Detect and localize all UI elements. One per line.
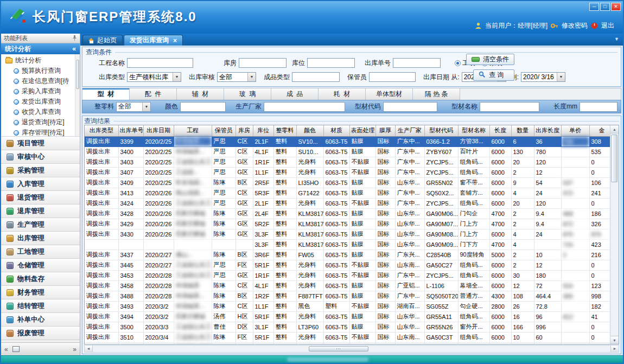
change-password-link[interactable]: 修改密码 — [562, 21, 588, 30]
table-row[interactable]: 调拨出库34302020/2/26石家庄辉城陈琳G区3L3F整料KLM38176… — [85, 229, 614, 239]
footer-panel-icon[interactable] — [12, 346, 20, 352]
column-header[interactable]: 数量 — [511, 125, 534, 136]
tab-list-dropdown-icon[interactable]: ▼ — [614, 36, 619, 42]
tree-item[interactable]: 在途信息查询[待 — [1, 76, 80, 86]
sidebar-section-project[interactable]: 项目管理 — [1, 137, 80, 150]
table-row[interactable]: 调拨出库34882020/2/28华润城原...陈琳B区1R2F整料F887TF… — [85, 291, 614, 301]
material-tab[interactable]: 配 件 — [130, 88, 177, 100]
table-row[interactable]: 调拨出库34132020/2/26南山花园...严思C区5R3F整料G71422… — [85, 188, 614, 198]
column-header[interactable]: 膜厚 — [375, 125, 395, 136]
column-header[interactable]: 整零料 — [273, 125, 296, 136]
table-row[interactable]: 调拨出库35002020/3/3工业园公共工程曹佳D区3L1F整料LT3P606… — [85, 322, 614, 332]
audit-select[interactable]: 全部 ▼ — [217, 72, 256, 82]
logout-link[interactable]: 退出 — [601, 21, 614, 30]
sidebar-section-inventory[interactable]: 物料盘存 — [1, 272, 80, 286]
table-row[interactable]: 调拨出库34582020/2/28华润城原陈琳C区4L1F整料光身料6063-T… — [85, 280, 614, 291]
column-header[interactable]: 型材名称 — [458, 125, 489, 136]
material-tab[interactable]: 成 品 — [271, 88, 319, 100]
sidebar-section-inbound[interactable]: 入库管理 — [1, 177, 80, 191]
sidebar-section-production[interactable]: 生产管理 — [1, 218, 80, 232]
pin-icon[interactable] — [72, 35, 77, 42]
material-tab[interactable]: 型 材 — [82, 88, 130, 100]
column-header[interactable]: 长度 — [489, 125, 511, 136]
table-row[interactable]: 调拨出库33992020/2/25华润城原...严思C区2L1F整料SV10..… — [85, 136, 614, 146]
table-row[interactable]: 3L3F整料KLM38176063-T5贴膜国标山东华...GA90M09...… — [85, 239, 614, 250]
sidebar-section-return-goods[interactable]: 退货管理 — [1, 191, 80, 205]
sidebar-section-audit[interactable]: 审核中心 — [1, 150, 80, 164]
column-header[interactable]: 库房 — [235, 125, 253, 136]
sidebar-section-scrap[interactable]: 报废管理 — [1, 327, 80, 340]
maximize-button[interactable]: □ — [600, 3, 610, 11]
horizontal-scrollbar[interactable]: ◄ ► — [84, 345, 619, 353]
scroll-right-icon[interactable]: ► — [610, 346, 619, 352]
column-header[interactable]: 材质 — [323, 125, 349, 136]
scroll-down-icon[interactable]: ▼ — [610, 336, 619, 344]
document-tab[interactable]: 起始页 — [82, 35, 123, 46]
column-header[interactable]: 出库类型 — [85, 125, 118, 136]
document-tab[interactable]: 发货出库查询× — [124, 35, 183, 46]
date-to-picker[interactable]: 2020/ 3/16 ▼ — [521, 72, 565, 82]
sidebar-section-carryover[interactable]: 结转管理 — [1, 299, 80, 313]
column-header[interactable]: 出库单号▲ — [118, 125, 143, 136]
table-row[interactable]: 调拨出库34532020/2/28工业园公共工程严思G区1R1F整料光身料606… — [85, 270, 614, 280]
table-row[interactable]: 调拨出库34002020/2/25华润城原...严思C区4L1F整料SU10..… — [85, 146, 614, 157]
column-header[interactable]: 库位 — [253, 125, 273, 136]
material-tab[interactable]: 单体型材 — [366, 88, 413, 100]
radio-work-clothes[interactable] — [455, 60, 461, 66]
tree-item[interactable]: 发货出库查询 — [1, 97, 80, 107]
table-row[interactable]: 调拨出库34942020/3/2石家庄辉城汤伟H区5R1F整料光身料6063-T… — [85, 311, 614, 322]
tree-item[interactable]: 库存管理[待定] — [1, 127, 80, 137]
tree-item[interactable]: 预算执行查询 — [1, 66, 80, 76]
column-header[interactable]: 表面处理 — [349, 125, 375, 136]
tree-root-item[interactable]: 统计分析 — [1, 55, 80, 66]
sidebar-section-finance[interactable]: 财务管理 — [1, 286, 80, 299]
table-row[interactable]: 调拨出库34242020/2/26工业园公共工程严思G区2L1F整料光身料606… — [85, 198, 614, 208]
collapse-icon[interactable]: « — [72, 45, 76, 53]
color-input[interactable] — [180, 102, 226, 112]
footer-next-icon[interactable]: » — [73, 346, 77, 353]
sidebar-section-outbound[interactable]: 出库管理 — [1, 232, 80, 245]
column-header[interactable]: 工程 — [174, 125, 212, 136]
whole-scrap-select[interactable]: 全部 ▼ — [116, 102, 151, 112]
footer-prev-icon[interactable]: « — [4, 346, 8, 353]
table-row[interactable]: 调拨出库34292020/2/26石家庄辉城陈琳G区5R2F整料KLM38176… — [85, 219, 614, 229]
scroll-left-icon[interactable]: ◄ — [85, 346, 93, 352]
material-tab[interactable]: 玻 璃 — [224, 88, 271, 100]
column-header[interactable]: 型材代码 — [424, 125, 458, 136]
minimize-button[interactable]: ─ — [589, 3, 599, 11]
manufacturer-input[interactable] — [264, 102, 345, 112]
table-row[interactable]: 调拨出库34072020/2/25工业园...严思G区1L1F整料光身料6063… — [85, 167, 614, 177]
tree-item[interactable]: 退货查询[待定] — [1, 117, 80, 127]
scroll-up-icon[interactable]: ▲ — [610, 125, 619, 133]
order-no-input[interactable] — [393, 58, 441, 68]
column-header[interactable]: 出库日期 — [143, 125, 174, 136]
material-tab[interactable]: 辅 材 — [177, 88, 224, 100]
close-button[interactable]: ✕ — [611, 3, 621, 11]
tree-item[interactable]: 采购入库查询 — [1, 86, 80, 97]
material-tab[interactable]: 隔 热 条 — [413, 88, 460, 100]
table-row[interactable]: 调拨出库34932020/3/2华润城原...陈琳C区1L1F整料黑色塑料不贴膜… — [85, 301, 614, 311]
column-header[interactable]: 保管员 — [212, 125, 235, 136]
sidebar-section-supplement[interactable]: 补单中心 — [1, 313, 80, 327]
table-row[interactable]: 调拨出库35122020/3/4工业园公共工程陈琳F区1L2F整料光身料6063… — [85, 342, 614, 344]
sidebar-section-site[interactable]: 工地管理 — [1, 245, 80, 259]
sidebar-group-header[interactable]: 统计分析 « — [1, 43, 80, 54]
table-row[interactable]: 调拨出库34372020/2/27佛山...陈琳B区3R6F整料FW056063… — [85, 250, 614, 260]
profile-name-input[interactable] — [480, 102, 539, 112]
table-row[interactable]: 调拨出库34032020/2/25工业园公共工程严思G区1R1F整料光身料606… — [85, 157, 614, 167]
column-header[interactable]: 生产厂家 — [395, 125, 424, 136]
length-input[interactable] — [580, 102, 617, 112]
product-type-input[interactable] — [292, 72, 340, 82]
sidebar-section-warehouse[interactable]: 仓储管理 — [1, 259, 80, 272]
table-row[interactable]: 调拨出库35102020/3/4工业园公共工程陈琳F区5R1F整料光身料6063… — [85, 332, 614, 342]
query-button[interactable]: 查 询 — [473, 69, 514, 81]
out-type-select[interactable]: 生产领料出库 ▼ — [127, 72, 181, 82]
column-header[interactable]: 出库长度 — [534, 125, 561, 136]
table-row[interactable]: 调拨出库34452020/2/27工业园公共工程严思F区5R1F整料光身料606… — [85, 260, 614, 270]
sidebar-section-purchase[interactable]: 采购管理 — [1, 164, 80, 177]
profile-code-input[interactable] — [383, 102, 437, 112]
column-header[interactable]: 单价 — [561, 125, 589, 136]
horizontal-scrollbar-thumb[interactable] — [309, 346, 368, 352]
sidebar-section-return-store[interactable]: 退库管理 — [1, 205, 80, 218]
clear-conditions-button[interactable]: 清空条件 — [466, 54, 514, 65]
